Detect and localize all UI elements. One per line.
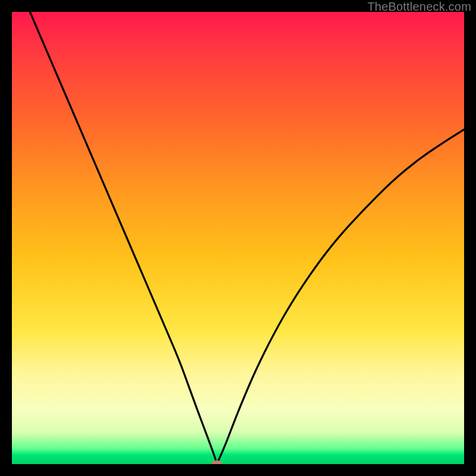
plot-area	[12, 12, 464, 464]
curve-right-branch	[217, 130, 464, 464]
curve-left-branch	[30, 12, 217, 464]
plot-svg	[12, 12, 464, 464]
chart-frame: TheBottleneck.com	[0, 0, 476, 476]
minimum-marker	[212, 461, 221, 464]
